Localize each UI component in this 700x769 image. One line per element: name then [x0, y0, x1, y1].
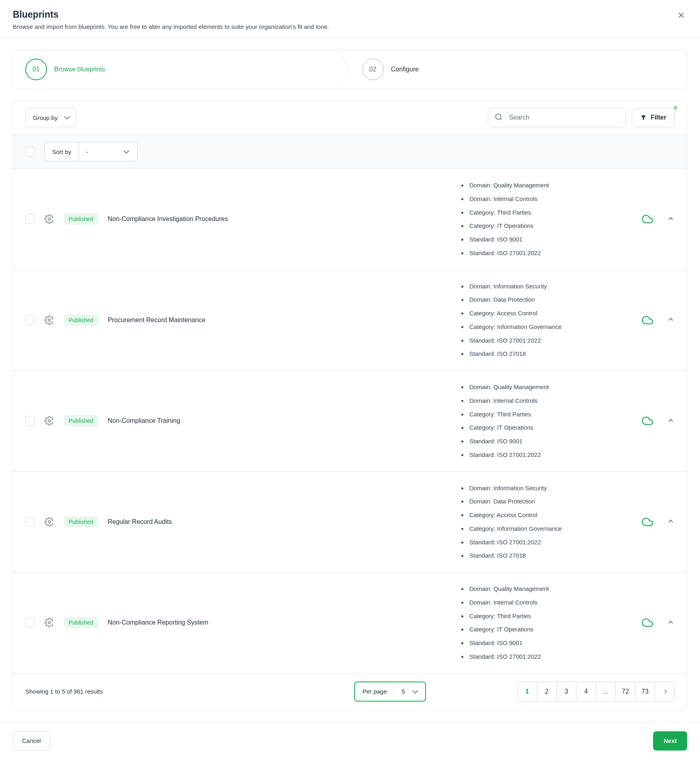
row-tags: Domain: Quality ManagementDomain: Intern…: [460, 380, 628, 462]
row-tag: Domain: Data Protection: [468, 293, 628, 306]
page-73[interactable]: 73: [635, 682, 655, 702]
blueprints-table: Group by Filter 0 Sort by -: [13, 100, 687, 710]
row-tag: Standard: ISO 27018: [468, 347, 628, 361]
row-checkbox[interactable]: [25, 214, 35, 224]
chevron-up-icon: [668, 621, 673, 625]
gear-icon: [45, 517, 54, 527]
chevron-down-icon: [412, 688, 418, 693]
collapse-button[interactable]: [667, 214, 675, 225]
table-row: PublishedNon-Compliance Investigation Pr…: [13, 169, 687, 270]
row-tag: Standard: ISO 9001: [468, 434, 628, 448]
cloud-icon[interactable]: [638, 415, 657, 426]
page-title: Blueprints: [13, 9, 329, 20]
search-input[interactable]: [488, 108, 626, 127]
pagination-row: Showing 1 to 5 of 361 results Per page 5…: [13, 673, 687, 710]
row-tags: Domain: Quality ManagementDomain: Intern…: [460, 582, 628, 663]
cancel-button[interactable]: Cancel: [13, 731, 50, 751]
step-browse-blueprints[interactable]: 01 Browse blueprints: [13, 50, 350, 89]
select-all-checkbox[interactable]: [25, 147, 35, 156]
chevron-up-icon: [668, 419, 673, 423]
page-2[interactable]: 2: [537, 682, 557, 702]
collapse-button[interactable]: [667, 617, 675, 628]
page-1[interactable]: 1: [517, 682, 537, 702]
group-by-dropdown[interactable]: Group by: [25, 108, 77, 127]
table-toolbar: Group by Filter 0: [13, 101, 687, 134]
collapse-button[interactable]: [667, 516, 675, 527]
page-3[interactable]: 3: [556, 682, 576, 702]
cloud-icon[interactable]: [638, 314, 657, 326]
footer: Cancel Next: [0, 722, 700, 759]
status-badge: Published: [64, 516, 98, 528]
svg-point-5: [48, 218, 51, 220]
collapse-button[interactable]: [667, 416, 675, 426]
row-checkbox[interactable]: [25, 416, 35, 426]
row-tag: Category: Third Parties: [468, 609, 628, 623]
cloud-icon[interactable]: [638, 213, 657, 225]
table-row: PublishedRegular Record AuditsDomain: In…: [13, 472, 687, 573]
page-subtitle: Browse and import from blueprints. You a…: [13, 23, 329, 30]
row-tag: Domain: Information Security: [468, 280, 628, 293]
row-tag: Standard: ISO 27001:2022: [468, 448, 628, 462]
table-row: PublishedNon-Compliance TrainingDomain: …: [13, 371, 687, 472]
page-next[interactable]: [655, 682, 675, 702]
row-tag: Standard: ISO 27001:2022: [468, 536, 628, 549]
step-2-label: Configure: [391, 66, 419, 73]
row-checkbox[interactable]: [25, 517, 35, 527]
row-tag: Domain: Information Security: [468, 481, 628, 495]
row-tag: Category: Access Control: [468, 508, 628, 522]
row-tag: Domain: Internal Controls: [468, 192, 628, 206]
pager: 1234...7273: [517, 682, 675, 702]
chevron-right-icon: [662, 689, 667, 694]
row-checkbox[interactable]: [25, 618, 35, 627]
gear-icon: [45, 315, 54, 325]
row-tag: Domain: Quality Management: [468, 582, 628, 596]
sort-by-control: Sort by -: [45, 142, 138, 161]
page-4[interactable]: 4: [576, 682, 596, 702]
collapse-button[interactable]: [667, 314, 675, 325]
table-row: PublishedNon-Compliance Reporting System…: [13, 572, 687, 673]
page-72[interactable]: 72: [615, 682, 635, 702]
row-title: Non-Compliance Investigation Procedures: [108, 215, 450, 223]
chevron-down-icon: [123, 148, 129, 154]
row-checkbox[interactable]: [25, 315, 35, 325]
step-1-number: 01: [25, 59, 47, 80]
filter-icon: [640, 114, 647, 121]
close-button[interactable]: [675, 9, 687, 22]
gear-icon: [45, 214, 54, 224]
svg-point-6: [48, 319, 51, 321]
row-tag: Category: Third Parties: [468, 408, 628, 421]
row-tags: Domain: Information SecurityDomain: Data…: [460, 481, 628, 563]
filter-label: Filter: [651, 114, 666, 121]
row-tag: Standard: ISO 27018: [468, 549, 628, 562]
row-tag: Domain: Internal Controls: [468, 394, 628, 408]
row-tag: Domain: Data Protection: [468, 495, 628, 508]
row-tag: Domain: Internal Controls: [468, 596, 628, 609]
sort-row: Sort by -: [13, 134, 687, 169]
cloud-icon[interactable]: [638, 617, 657, 628]
close-icon: [677, 11, 686, 20]
per-page-label: Per page: [355, 682, 394, 701]
step-configure[interactable]: 02 Configure: [350, 50, 687, 89]
chevron-up-icon: [668, 217, 673, 221]
row-title: Procurement Record Maintenance: [108, 317, 450, 324]
status-badge: Published: [64, 314, 98, 326]
svg-point-7: [48, 420, 51, 422]
filter-button[interactable]: Filter 0: [632, 108, 675, 127]
cloud-icon[interactable]: [638, 516, 657, 528]
row-tag: Domain: Quality Management: [468, 179, 628, 192]
row-title: Non-Compliance Training: [108, 417, 450, 424]
step-2-number: 02: [362, 59, 384, 80]
chevron-up-icon: [668, 318, 673, 323]
row-tag: Category: IT Operations: [468, 421, 628, 434]
chevron-down-icon: [64, 114, 70, 120]
next-button[interactable]: Next: [653, 731, 687, 751]
row-tag: Standard: ISO 27001:2022: [468, 334, 628, 347]
row-tag: Standard: ISO 27001:2022: [468, 650, 628, 663]
row-tag: Standard: ISO 9001: [468, 636, 628, 650]
gear-icon: [45, 416, 54, 426]
sort-by-dropdown[interactable]: -: [79, 142, 137, 161]
search-box: [488, 108, 626, 127]
svg-point-9: [48, 621, 51, 624]
sort-by-value: -: [86, 148, 88, 155]
per-page-dropdown[interactable]: 5: [394, 682, 425, 701]
